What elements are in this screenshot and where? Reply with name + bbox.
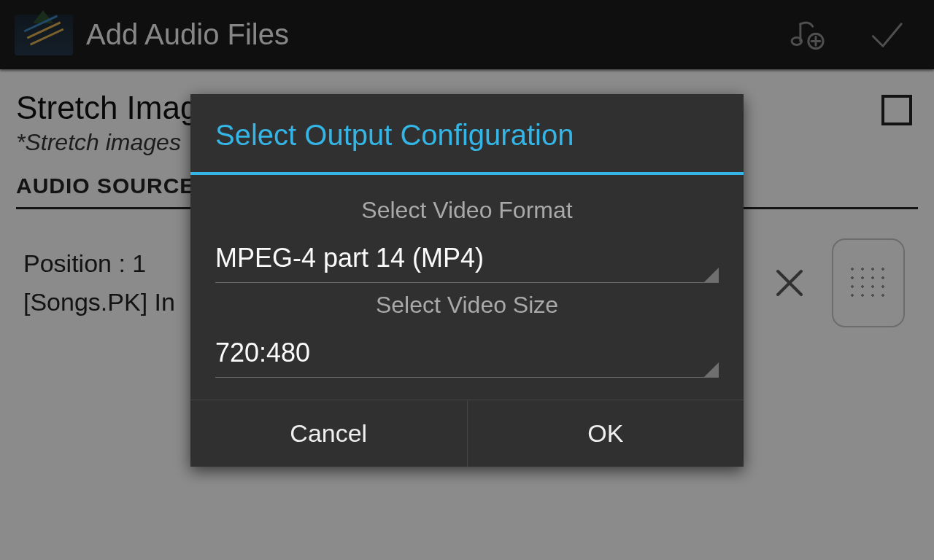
dialog-title: Select Output Configuration [190, 94, 744, 172]
video-format-label: Select Video Format [215, 197, 719, 224]
video-format-spinner[interactable]: MPEG-4 part 14 (MP4) [215, 233, 719, 283]
cancel-button[interactable]: Cancel [190, 400, 467, 467]
output-config-dialog: Select Output Configuration Select Video… [190, 94, 744, 467]
ok-button[interactable]: OK [467, 400, 744, 467]
video-size-spinner[interactable]: 720:480 [215, 327, 719, 378]
dialog-scrim: Select Output Configuration Select Video… [0, 0, 934, 560]
video-size-label: Select Video Size [215, 292, 719, 319]
